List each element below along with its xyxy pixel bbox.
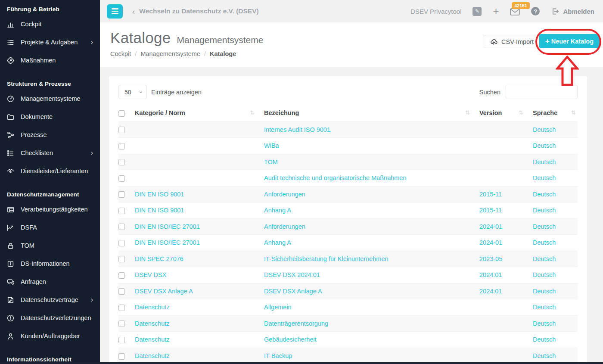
sidebar-item-datenschutzverletzungen[interactable]: Datenschutzverletzungen <box>6 309 93 327</box>
bezeichnung-link[interactable]: DSEV DSX 2024:01 <box>264 271 320 278</box>
version-link[interactable]: 2015-11 <box>479 207 502 214</box>
sprache-link[interactable]: Deutsch <box>533 223 556 230</box>
page-size-select[interactable]: 50 › <box>118 85 147 99</box>
bezeichnung-link[interactable]: Datenträgerentsorgung <box>264 320 328 327</box>
kategorie-link[interactable]: Datenschutz <box>135 320 170 327</box>
sidebar-item-dienstleister-lieferanten[interactable]: Dienstleister/Lieferanten <box>6 162 93 180</box>
row-checkbox[interactable] <box>118 224 125 230</box>
version-link[interactable]: 2015-11 <box>479 191 502 198</box>
sidebar-item-dsfa[interactable]: DSFA <box>6 218 93 236</box>
kategorie-link[interactable]: DIN EN ISO 9001 <box>135 207 184 214</box>
sprache-link[interactable]: Deutsch <box>533 239 556 246</box>
csv-import-button[interactable]: CSV-Import <box>484 35 540 48</box>
sidebar-item-anfragen[interactable]: Anfragen <box>6 273 93 291</box>
messages-button[interactable]: 42161 <box>510 8 520 17</box>
sprache-link[interactable]: Deutsch <box>533 159 556 165</box>
row-checkbox[interactable] <box>118 256 125 262</box>
kategorie-link[interactable]: DSEV DSX <box>135 271 166 278</box>
sidebar-item-dokumente[interactable]: Dokumente <box>6 108 93 126</box>
sidebar-item-projekte-aufgaben[interactable]: Projekte & Aufgaben› <box>6 33 93 51</box>
column-header-bezeichung[interactable]: Bezeichung⇅ <box>264 106 479 121</box>
switch-account-link[interactable]: ‹ Wechseln zu Datenschutz e.V. (DSEV) <box>132 7 259 16</box>
logout-button[interactable]: Abmelden <box>551 7 594 16</box>
search-input[interactable] <box>506 85 578 99</box>
sprache-link[interactable]: Deutsch <box>533 126 556 133</box>
row-checkbox[interactable] <box>118 305 125 311</box>
row-checkbox[interactable] <box>118 320 125 327</box>
row-checkbox[interactable] <box>118 159 125 165</box>
sidebar-item-ds-informationen[interactable]: DS-Informationen <box>6 255 93 273</box>
sprache-link[interactable]: Deutsch <box>533 174 556 181</box>
bezeichnung-link[interactable]: Gebäudesicherheit <box>264 336 317 343</box>
add-icon[interactable]: + <box>493 6 499 16</box>
bezeichnung-link[interactable]: IT-Backup <box>264 352 292 359</box>
sprache-link[interactable]: Deutsch <box>533 352 556 359</box>
kategorie-link[interactable]: DIN EN ISO 9001 <box>135 191 184 198</box>
new-catalog-button[interactable]: + Neuer Katalog <box>539 34 600 48</box>
sprache-link[interactable]: Deutsch <box>533 191 556 198</box>
bezeichnung-link[interactable]: WiBa <box>264 142 279 149</box>
sidebar-item-prozesse[interactable]: Prozesse <box>6 126 93 144</box>
row-checkbox[interactable] <box>118 143 125 149</box>
sidebar-item-managementsysteme[interactable]: Managementsysteme <box>6 90 93 108</box>
column-header-version[interactable]: Version⇅ <box>479 106 533 121</box>
sprache-link[interactable]: Deutsch <box>533 255 556 262</box>
column-header-sprache[interactable]: Sprache⇅ <box>533 106 578 121</box>
version-link[interactable]: 2024-01 <box>479 239 502 246</box>
bezeichnung-link[interactable]: Internes Audit ISO 9001 <box>264 126 330 133</box>
column-header-kategorie[interactable]: Kategorie / Norm⇅ <box>135 106 264 121</box>
sidebar-item-verarbeitungst-tigkeiten[interactable]: Verarbeitungstätigkeiten <box>6 200 93 218</box>
kategorie-link[interactable]: Datenschutz <box>135 352 170 359</box>
sprache-link[interactable]: Deutsch <box>533 336 556 343</box>
row-checkbox[interactable] <box>118 288 125 295</box>
edit-icon[interactable]: ✎ <box>472 7 482 16</box>
kategorie-link[interactable]: DIN EN ISO/IEC 27001 <box>135 239 200 246</box>
sidebar-item-ma-nahmen[interactable]: Maßnahmen <box>6 51 93 69</box>
version-link[interactable]: 2024:01 <box>479 271 502 278</box>
row-checkbox[interactable] <box>118 337 125 343</box>
sort-icon[interactable]: ⇅ <box>465 109 470 116</box>
kategorie-link[interactable]: DIN EN ISO/IEC 27001 <box>135 223 200 230</box>
sort-icon[interactable]: ⇅ <box>519 109 523 116</box>
kategorie-link[interactable]: DIN SPEC 27076 <box>135 255 183 262</box>
kategorie-link[interactable]: DSEV DSX Anlage A <box>135 288 193 295</box>
version-link[interactable]: 2024-01 <box>479 223 502 230</box>
sidebar-item-kunden-auftraggeber[interactable]: Kunden/Auftraggeber <box>6 327 93 345</box>
hamburger-menu-button[interactable] <box>107 4 123 19</box>
row-checkbox[interactable] <box>118 127 125 133</box>
bezeichnung-link[interactable]: TOM <box>264 159 278 165</box>
bezeichnung-link[interactable]: Audit technische und organisatorische Ma… <box>264 174 406 181</box>
row-checkbox[interactable] <box>118 191 125 198</box>
sprache-link[interactable]: Deutsch <box>533 207 556 214</box>
sort-icon[interactable]: ⇅ <box>250 109 255 116</box>
bezeichnung-link[interactable]: Allgemein <box>264 304 292 311</box>
row-checkbox[interactable] <box>118 240 125 246</box>
sprache-link[interactable]: Deutsch <box>533 288 556 295</box>
bezeichnung-link[interactable]: Anhang A <box>264 207 291 214</box>
bezeichnung-link[interactable]: Anforderungen <box>264 191 305 198</box>
sprache-link[interactable]: Deutsch <box>533 142 556 149</box>
row-checkbox[interactable] <box>118 175 125 182</box>
row-checkbox[interactable] <box>118 272 125 279</box>
kategorie-link[interactable]: Datenschutz <box>135 336 170 343</box>
help-icon[interactable]: ? <box>531 7 540 16</box>
row-checkbox[interactable] <box>118 208 125 214</box>
version-link[interactable]: 2023-05 <box>479 255 502 262</box>
sprache-link[interactable]: Deutsch <box>533 271 556 278</box>
sort-icon[interactable]: ⇅ <box>571 109 576 116</box>
bezeichnung-link[interactable]: Anforderungen <box>264 223 305 230</box>
kategorie-link[interactable]: Datenschutz <box>135 304 170 311</box>
bezeichnung-link[interactable]: IT-Sicherheitsberatung für Kleinunterneh… <box>264 255 389 262</box>
bezeichnung-link[interactable]: Anhang A <box>264 239 291 246</box>
breadcrumb-cockpit[interactable]: Cockpit <box>110 50 131 57</box>
row-checkbox[interactable] <box>118 353 125 360</box>
sidebar-item-checklisten[interactable]: Checklisten› <box>6 144 93 162</box>
select-all-checkbox[interactable] <box>118 110 125 117</box>
sidebar-item-datenschutzvertr-ge[interactable]: Datenschutzverträge› <box>6 291 93 309</box>
sidebar-item-tom[interactable]: TOM <box>6 236 93 255</box>
sprache-link[interactable]: Deutsch <box>533 320 556 327</box>
version-link[interactable]: 2024:01 <box>479 288 502 295</box>
sprache-link[interactable]: Deutsch <box>533 304 556 311</box>
sidebar-item-cockpit[interactable]: Cockpit <box>6 15 93 33</box>
bezeichnung-link[interactable]: DSEV DSX Anlage A <box>264 288 322 295</box>
